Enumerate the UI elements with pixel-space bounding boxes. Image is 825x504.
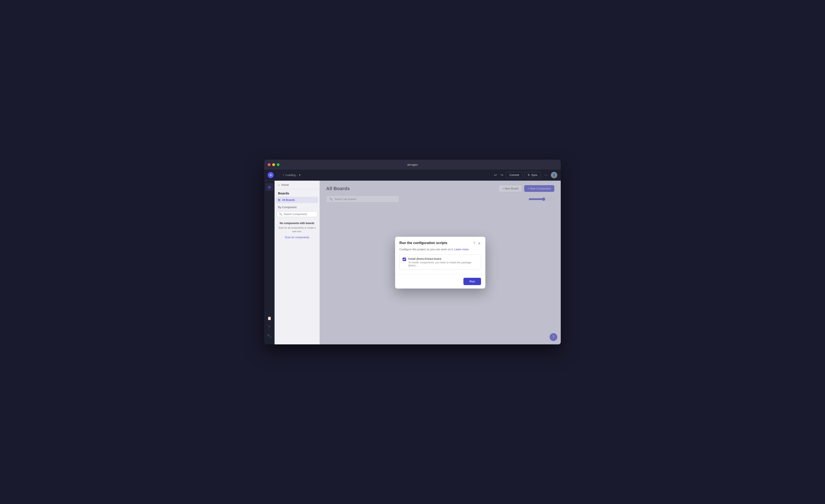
dialog-subtitle: Configure this project so you can work o… bbox=[395, 247, 485, 255]
branch-icon: ⑂ bbox=[283, 173, 284, 177]
sync-button[interactable]: ↻ Sync bbox=[524, 172, 541, 178]
sidebar-icon-notes[interactable]: 📋 bbox=[266, 314, 273, 322]
dialog-title: Run the configuration scripts bbox=[399, 241, 447, 245]
sidebar-icon-boards[interactable]: ⊞ bbox=[266, 183, 273, 191]
left-panel: ⌂ Home Boards ⊞ All Boards By Component … bbox=[275, 181, 320, 344]
search-icon: 🔍 bbox=[279, 213, 282, 216]
boards-title: Boards bbox=[278, 192, 316, 195]
maximize-button[interactable] bbox=[277, 163, 280, 166]
more-button[interactable]: ··· bbox=[542, 172, 549, 178]
script-info: Install @wixc3/react-board To render com… bbox=[408, 257, 478, 267]
home-nav-item[interactable]: ⌂ Home bbox=[275, 181, 319, 189]
all-boards-nav-item[interactable]: ⊞ All Boards bbox=[276, 197, 318, 203]
title-bar: aimages bbox=[264, 160, 561, 169]
dialog-footer: Run bbox=[395, 274, 485, 289]
by-component-label: By Component bbox=[275, 204, 319, 210]
scan-link[interactable]: Scan for components bbox=[285, 236, 309, 239]
traffic-lights bbox=[268, 163, 280, 166]
close-button[interactable] bbox=[268, 163, 271, 166]
boards-section: Boards bbox=[275, 189, 319, 196]
main-content: All Boards + New Board + New Component 🔍 bbox=[320, 181, 561, 344]
commit-button[interactable]: Commit bbox=[506, 172, 523, 178]
no-components-section: No components with boards Scan for all c… bbox=[275, 218, 319, 242]
main-layout: ⊞ 📋 ⑂ >_ ⌂ Home Boards ⊞ All Boards By C… bbox=[264, 181, 561, 344]
nav-controls: ↩ ↪ Commit ↻ Sync ··· 👤 bbox=[493, 172, 557, 178]
icon-sidebar: ⊞ 📋 ⑂ >_ bbox=[264, 181, 275, 344]
dialog-body: Install @wixc3/react-board To render com… bbox=[395, 255, 485, 274]
all-boards-icon: ⊞ bbox=[278, 198, 280, 202]
dialog-help-button[interactable]: ? bbox=[473, 241, 476, 246]
top-nav: A ⑂ Loading... ▾ ↩ ↪ Commit ↻ Sync ··· 👤 bbox=[264, 169, 561, 181]
mac-window: aimages A ⑂ Loading... ▾ ↩ ↪ Commit ↻ Sy… bbox=[264, 160, 561, 344]
script-name: Install @wixc3/react-board bbox=[408, 257, 478, 261]
home-icon: ⌂ bbox=[278, 183, 280, 187]
script-desc: To render components, you have to instal… bbox=[408, 261, 478, 267]
modal-overlay: Run the configuration scripts ? ✕ Config… bbox=[320, 181, 561, 344]
undo-button[interactable]: ↩ bbox=[493, 172, 498, 178]
dialog: Run the configuration scripts ? ✕ Config… bbox=[395, 237, 485, 289]
dialog-header-icons: ? ✕ bbox=[473, 241, 481, 246]
loading-label: Loading... bbox=[286, 173, 298, 176]
run-button[interactable]: Run bbox=[463, 278, 481, 285]
search-components-box[interactable]: 🔍 bbox=[277, 211, 317, 217]
window-title: aimages bbox=[407, 163, 418, 166]
home-label: Home bbox=[282, 183, 289, 187]
minimize-button[interactable] bbox=[272, 163, 275, 166]
dialog-header-left: Run the configuration scripts bbox=[399, 241, 447, 245]
no-components-title: No components with boards bbox=[278, 222, 316, 225]
chevron-down-icon[interactable]: ▾ bbox=[299, 173, 301, 176]
learn-more-link[interactable]: Learn more bbox=[454, 248, 468, 251]
brand[interactable]: A bbox=[268, 172, 276, 178]
dialog-header: Run the configuration scripts ? ✕ bbox=[395, 237, 485, 247]
sidebar-icon-terminal[interactable]: >_ bbox=[266, 332, 273, 339]
dialog-close-button[interactable]: ✕ bbox=[477, 241, 481, 246]
all-boards-label: All Boards bbox=[282, 198, 295, 202]
user-avatar[interactable]: 👤 bbox=[551, 172, 557, 178]
no-components-desc: Scan for all components or create a new … bbox=[278, 226, 316, 233]
brand-avatar: A bbox=[268, 172, 274, 178]
sync-label: Sync bbox=[531, 173, 537, 176]
search-components-input[interactable] bbox=[284, 213, 315, 216]
bottom-sidebar-icons: 📋 ⑂ >_ bbox=[266, 312, 273, 342]
script-checkbox[interactable] bbox=[402, 258, 406, 261]
nav-loading: ⑂ Loading... ▾ bbox=[283, 173, 301, 177]
sync-icon: ↻ bbox=[528, 173, 530, 176]
sidebar-icon-git[interactable]: ⑂ bbox=[266, 323, 273, 331]
redo-button[interactable]: ↪ bbox=[500, 172, 504, 178]
nav-divider bbox=[279, 173, 279, 177]
script-item: Install @wixc3/react-board To render com… bbox=[399, 255, 481, 270]
dialog-subtitle-text: Configure this project so you can work o… bbox=[399, 248, 454, 251]
